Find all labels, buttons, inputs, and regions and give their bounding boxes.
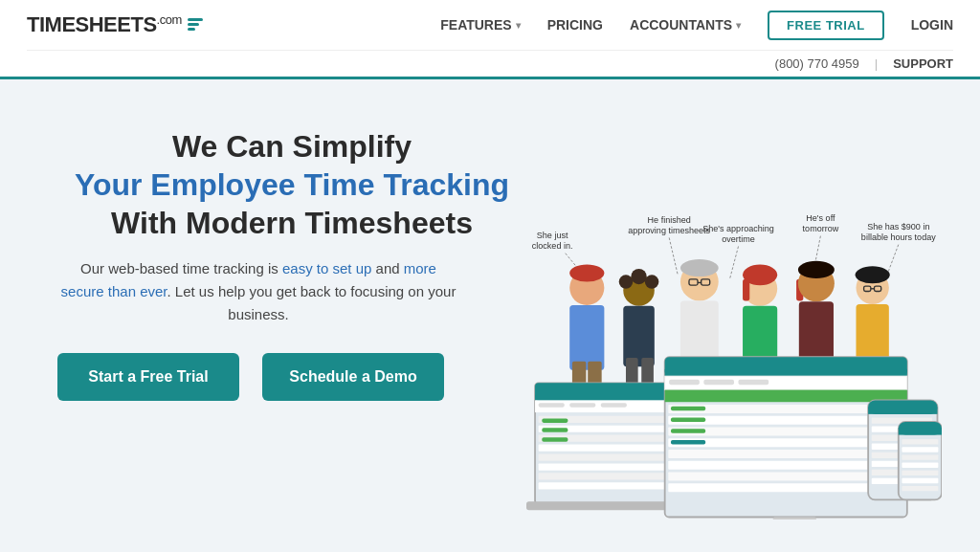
svg-text:billable hours today: billable hours today	[861, 232, 936, 242]
brand-suffix: .com	[157, 12, 182, 27]
hero-headline: We Can Simplify Your Employee Time Track…	[57, 127, 526, 242]
svg-rect-16	[569, 305, 604, 370]
login-link[interactable]: LOGIN	[911, 17, 953, 33]
svg-rect-111	[902, 447, 938, 452]
svg-text:She's approaching: She's approaching	[702, 224, 774, 233]
svg-text:She just: She just	[537, 231, 568, 240]
svg-rect-72	[542, 437, 568, 442]
support-link[interactable]: SUPPORT	[893, 56, 953, 71]
brand-name: TIMESHEETS	[27, 12, 157, 36]
nav-features[interactable]: FEATURES ▾	[440, 17, 520, 33]
svg-rect-113	[902, 463, 938, 468]
svg-rect-92	[671, 429, 705, 433]
svg-rect-114	[902, 471, 938, 475]
svg-text:approving timesheets: approving timesheets	[628, 226, 710, 235]
hero-buttons: Start a Free Trial Schedule a Demo	[57, 353, 526, 401]
svg-text:clocked in.: clocked in.	[532, 241, 573, 251]
svg-rect-112	[902, 454, 938, 459]
free-trial-button[interactable]: FREE TRIAL	[768, 11, 884, 40]
svg-rect-71	[542, 428, 568, 432]
svg-point-52	[856, 266, 890, 283]
svg-rect-110	[902, 439, 938, 444]
svg-rect-89	[668, 483, 902, 492]
page-wrapper: TIMESHEETS.com FEATURES ▾ PRICING ACCOUN…	[0, 0, 980, 552]
svg-rect-86	[668, 450, 902, 458]
svg-rect-80	[739, 380, 769, 385]
svg-rect-59	[539, 403, 565, 408]
nav-pricing[interactable]: PRICING	[547, 17, 603, 33]
svg-rect-91	[671, 418, 705, 423]
navigation: TIMESHEETS.com FEATURES ▾ PRICING ACCOUN…	[0, 0, 980, 79]
svg-rect-90	[671, 407, 705, 411]
svg-rect-21	[623, 306, 655, 366]
chevron-down-icon: ▾	[516, 20, 521, 31]
svg-point-32	[680, 259, 719, 276]
nav-accountants[interactable]: ACCOUNTANTS ▾	[630, 17, 741, 33]
svg-rect-61	[601, 403, 627, 408]
svg-rect-109	[899, 428, 942, 434]
people-illustration: She just clocked in. He finished approvi…	[526, 108, 942, 519]
svg-text:She has $900 in: She has $900 in	[867, 222, 929, 232]
nav-links: FEATURES ▾ PRICING ACCOUNTANTS ▾ FREE TR…	[440, 11, 953, 40]
svg-point-22	[619, 275, 633, 288]
svg-point-23	[631, 269, 646, 284]
svg-point-44	[798, 261, 835, 278]
svg-text:He's off: He's off	[806, 213, 835, 223]
svg-rect-78	[669, 380, 700, 385]
svg-rect-115	[902, 478, 938, 483]
svg-text:He finished: He finished	[648, 215, 691, 225]
hero-left: We Can Simplify Your Employee Time Track…	[57, 108, 526, 401]
svg-point-17	[569, 264, 604, 281]
chevron-down-icon-2: ▾	[736, 20, 741, 31]
hero-section: We Can Simplify Your Employee Time Track…	[0, 79, 980, 552]
svg-rect-79	[703, 380, 734, 385]
hero-illustration: She just clocked in. He finished approvi…	[526, 108, 942, 519]
svg-line-8	[729, 246, 738, 278]
easy-setup-link[interactable]: easy to set up	[282, 260, 371, 276]
schedule-demo-button[interactable]: Schedule a Demo	[262, 353, 444, 401]
svg-rect-87	[668, 461, 902, 470]
svg-rect-98	[868, 408, 937, 414]
svg-rect-60	[569, 403, 595, 408]
start-trial-button[interactable]: Start a Free Trial	[57, 353, 239, 401]
logo[interactable]: TIMESHEETS.com	[27, 12, 203, 37]
svg-rect-77	[665, 376, 907, 389]
svg-point-24	[645, 275, 658, 288]
svg-rect-38	[743, 279, 749, 301]
svg-rect-76	[665, 369, 907, 376]
svg-rect-70	[542, 418, 568, 423]
svg-rect-88	[668, 472, 902, 480]
svg-rect-94	[773, 517, 816, 519]
svg-rect-116	[902, 486, 938, 491]
svg-rect-93	[671, 440, 705, 445]
svg-text:overtime: overtime	[722, 234, 755, 244]
svg-text:tomorrow: tomorrow	[803, 224, 839, 233]
svg-rect-81	[665, 390, 907, 403]
logo-text: TIMESHEETS.com	[27, 12, 182, 37]
divider: |	[875, 56, 878, 71]
phone-number: (800) 770 4959	[775, 56, 859, 71]
hero-body: Our web-based time tracking is easy to s…	[57, 257, 459, 326]
logo-icon	[188, 18, 203, 31]
svg-line-5	[669, 237, 678, 275]
